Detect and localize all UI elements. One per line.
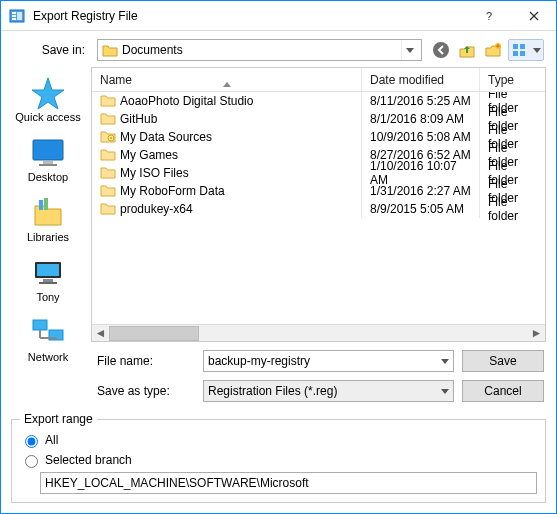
radio-all-row[interactable]: All [20, 430, 537, 450]
up-one-level-button[interactable] [456, 39, 478, 61]
svg-point-33 [110, 137, 112, 139]
chevron-down-icon [441, 359, 449, 364]
chevron-down-icon [533, 48, 541, 53]
file-name-input[interactable]: backup-my-registry [203, 350, 454, 372]
folder-icon [100, 111, 116, 128]
places-bar: Quick access Desktop Libraries Tony [5, 65, 91, 342]
table-row[interactable]: produkey-x648/9/2015 5:05 AMFile folder [92, 200, 545, 218]
help-button[interactable]: ? [466, 1, 511, 30]
radio-selected-branch[interactable] [25, 455, 38, 468]
file-name: My RoboForm Data [120, 184, 225, 198]
window-buttons: ? [466, 1, 556, 30]
back-button[interactable] [430, 39, 452, 61]
location-combo[interactable]: Documents [97, 39, 422, 61]
file-name: produkey-x64 [120, 202, 193, 216]
folder-icon [100, 183, 116, 200]
list-header: Name Date modified Type [92, 68, 545, 92]
views-button[interactable] [508, 39, 544, 61]
svg-rect-22 [44, 198, 48, 210]
file-name: My ISO Files [120, 166, 189, 180]
place-this-pc[interactable]: Tony [8, 251, 88, 309]
table-row[interactable]: My Data Sources10/9/2016 5:08 AMFile fol… [92, 128, 545, 146]
column-date[interactable]: Date modified [361, 68, 479, 91]
save-as-type-combo[interactable]: Registration Files (*.reg) [203, 380, 454, 402]
folder-icon [100, 129, 116, 146]
desktop-icon [28, 135, 68, 171]
folder-icon [100, 93, 116, 110]
file-date: 8/1/2016 8:09 AM [361, 110, 479, 128]
svg-rect-4 [17, 12, 22, 20]
quick-access-icon [28, 75, 68, 111]
svg-rect-13 [520, 44, 525, 49]
svg-rect-24 [37, 264, 59, 276]
folder-icon [100, 165, 116, 182]
location-text: Documents [122, 43, 401, 57]
radio-all-label: All [45, 433, 58, 447]
table-row[interactable]: My Games8/27/2016 6:52 AMFile folder [92, 146, 545, 164]
export-range-legend: Export range [20, 412, 97, 426]
svg-rect-26 [39, 282, 57, 284]
place-label: Desktop [28, 171, 68, 183]
file-date: 10/9/2016 5:08 AM [361, 128, 479, 146]
table-row[interactable]: My RoboForm Data1/31/2016 2:27 AMFile fo… [92, 182, 545, 200]
column-type[interactable]: Type [479, 68, 545, 91]
radio-selected-label: Selected branch [45, 453, 132, 467]
horizontal-scrollbar[interactable]: ◄ ► [92, 324, 545, 341]
close-button[interactable] [511, 1, 556, 30]
place-label: Quick access [15, 111, 80, 123]
table-row[interactable]: My ISO Files1/10/2016 10:07 AMFile folde… [92, 164, 545, 182]
place-libraries[interactable]: Libraries [8, 191, 88, 249]
radio-selected-row[interactable]: Selected branch [20, 450, 537, 470]
scroll-left-icon[interactable]: ◄ [92, 325, 109, 342]
table-row[interactable]: GitHub8/1/2016 8:09 AMFile folder [92, 110, 545, 128]
place-label: Tony [36, 291, 59, 303]
table-row[interactable]: AoaoPhoto Digital Studio8/11/2016 5:25 A… [92, 92, 545, 110]
scroll-right-icon[interactable]: ► [528, 325, 545, 342]
svg-rect-19 [43, 161, 53, 164]
toolbar: Save in: Documents [1, 31, 556, 63]
svg-point-8 [433, 42, 449, 58]
save-as-type-label: Save as type: [91, 384, 195, 398]
toolbar-icons [430, 39, 544, 61]
save-in-label: Save in: [13, 43, 89, 57]
window-title: Export Registry File [33, 9, 466, 23]
file-type: File folder [479, 200, 545, 218]
file-list: Name Date modified Type AoaoPhoto Digita… [91, 67, 546, 342]
svg-rect-25 [43, 279, 53, 282]
sort-ascending-icon [223, 68, 231, 82]
svg-rect-12 [513, 44, 518, 49]
export-range-group: Export range All Selected branch HKEY_LO… [11, 412, 546, 503]
save-button[interactable]: Save [462, 350, 544, 372]
this-pc-icon [28, 255, 68, 291]
file-name: GitHub [120, 112, 157, 126]
svg-rect-17 [33, 140, 63, 160]
branch-path-input[interactable]: HKEY_LOCAL_MACHINE\SOFTWARE\Microsoft [40, 472, 537, 494]
svg-rect-14 [513, 51, 518, 56]
branch-path-value: HKEY_LOCAL_MACHINE\SOFTWARE\Microsoft [45, 476, 309, 490]
file-date: 8/9/2015 5:05 AM [361, 200, 479, 218]
folder-icon [100, 201, 116, 218]
column-name[interactable]: Name [92, 68, 361, 91]
file-name: AoaoPhoto Digital Studio [120, 94, 253, 108]
svg-text:?: ? [486, 11, 492, 21]
chevron-down-icon [401, 40, 417, 60]
scroll-thumb[interactable] [109, 326, 199, 341]
file-rows: AoaoPhoto Digital Studio8/11/2016 5:25 A… [92, 92, 545, 324]
file-date: 1/10/2016 10:07 AM [361, 164, 479, 182]
titlebar: Export Registry File ? [1, 1, 556, 31]
fields: File name: backup-my-registry Save Save … [1, 342, 556, 408]
place-desktop[interactable]: Desktop [8, 131, 88, 189]
new-folder-button[interactable] [482, 39, 504, 61]
file-name: My Games [120, 148, 178, 162]
file-date: 8/11/2016 5:25 AM [361, 92, 479, 110]
cancel-button[interactable]: Cancel [462, 380, 544, 402]
regedit-icon [9, 8, 25, 24]
place-quick-access[interactable]: Quick access [8, 71, 88, 129]
radio-all[interactable] [25, 435, 38, 448]
save-as-type-value: Registration Files (*.reg) [208, 384, 441, 398]
svg-rect-3 [12, 18, 16, 20]
file-name: My Data Sources [120, 130, 212, 144]
svg-marker-16 [32, 78, 64, 109]
svg-rect-21 [39, 200, 43, 210]
place-label: Libraries [27, 231, 69, 243]
